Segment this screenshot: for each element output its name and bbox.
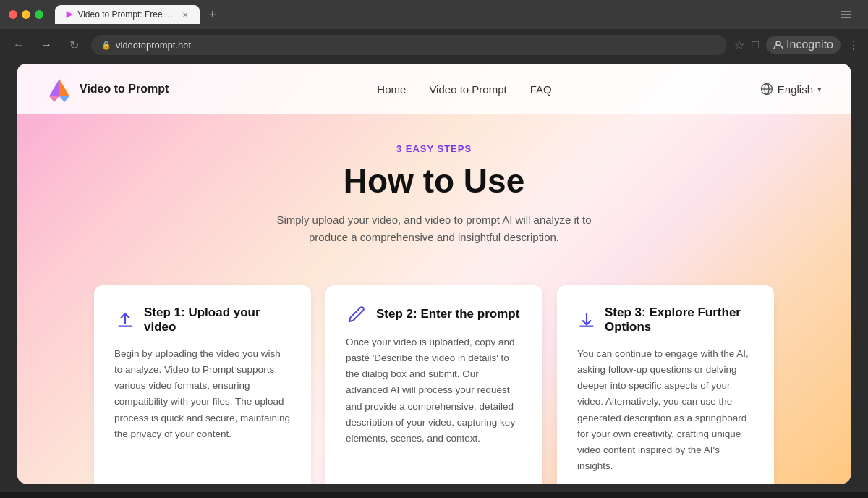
tab-title: Video to Prompt: Free AI Vide... [77,9,176,20]
tab-bar: Video to Prompt: Free AI Vide... ✕ + [55,5,799,24]
cards-container: Step 1: Upload your video Begin by uploa… [17,268,851,484]
logo[interactable]: Video to Prompt [46,76,169,102]
svg-marker-4 [49,79,59,96]
main-nav: Video to Prompt Home Video to Prompt FAQ… [17,64,851,114]
globe-icon [760,83,773,96]
step2-header: Step 2: Enter the prompt [346,305,522,323]
maximize-button[interactable] [35,10,43,19]
step3-card: Step 3: Explore Further Options You can … [557,285,774,484]
step2-title: Step 2: Enter the prompt [376,307,519,321]
logo-icon [46,76,72,102]
minimize-button[interactable] [22,10,30,19]
title-bar: Video to Prompt: Free AI Vide... ✕ + [0,0,868,29]
hero-section: 3 EASY STEPS How to Use Simply upload yo… [17,114,851,268]
new-tab-button[interactable]: + [204,6,221,23]
step3-header: Step 3: Explore Further Options [577,305,754,334]
hero-title: How to Use [32,163,836,200]
lock-icon: 🔒 [101,41,111,50]
step-label: 3 EASY STEPS [32,143,836,154]
share-icon[interactable]: □ [752,38,759,51]
step1-title: Step 1: Upload your video [144,305,291,334]
hero-description: Simply upload your video, and video to p… [260,211,608,246]
active-tab[interactable]: Video to Prompt: Free AI Vide... ✕ [55,5,200,24]
lang-chevron-icon: ▾ [817,85,822,94]
traffic-lights [9,10,43,19]
close-button[interactable] [9,10,17,19]
pencil-icon [346,305,367,323]
bookmark-icon[interactable]: ☆ [734,38,744,52]
address-input[interactable]: 🔒 videotoprompt.net [91,35,727,55]
incognito-icon [773,40,783,50]
forward-button[interactable]: → [36,35,56,55]
nav-faq[interactable]: FAQ [530,83,552,96]
reload-button[interactable]: ↻ [64,35,84,55]
incognito-badge: Incognito [766,36,841,54]
incognito-label: Incognito [786,38,833,51]
upload-icon [114,311,135,329]
nav-links: Home Video to Prompt FAQ [377,83,551,96]
svg-marker-5 [49,96,59,102]
tab-favicon-icon [65,9,73,20]
step1-header: Step 1: Upload your video [114,305,291,334]
download-icon [577,311,596,329]
svg-marker-6 [59,96,69,102]
svg-marker-0 [67,11,73,18]
step2-card: Step 2: Enter the prompt Once your video… [326,285,542,484]
svg-marker-3 [59,79,69,96]
tab-close-button[interactable]: ✕ [182,9,190,20]
address-bar: ← → ↻ 🔒 videotoprompt.net ☆ □ Incognito … [0,29,868,61]
menu-icon[interactable]: ⋮ [848,38,859,52]
language-label: English [778,83,813,96]
browser-content: Video to Prompt Home Video to Prompt FAQ… [17,64,851,484]
nav-home[interactable]: Home [377,83,406,96]
step1-card: Step 1: Upload your video Begin by uploa… [94,285,311,484]
nav-video-to-prompt[interactable]: Video to Prompt [429,83,506,96]
url-text: videotoprompt.net [116,40,191,51]
step2-body: Once your video is uploaded, copy and pa… [346,334,522,447]
browser-actions: ☆ □ Incognito ⋮ [734,36,859,54]
language-selector[interactable]: English ▾ [760,83,822,96]
page-wrapper: Video to Prompt Home Video to Prompt FAQ… [17,64,851,484]
browser-chrome: Video to Prompt: Free AI Vide... ✕ + ← →… [0,0,868,61]
back-button[interactable]: ← [9,35,29,55]
step3-body: You can continue to engage with the AI, … [577,346,754,475]
logo-text: Video to Prompt [80,83,169,96]
step3-title: Step 3: Explore Further Options [605,305,754,334]
window-controls-icon [839,7,854,22]
step1-body: Begin by uploading the video you wish to… [114,346,291,443]
